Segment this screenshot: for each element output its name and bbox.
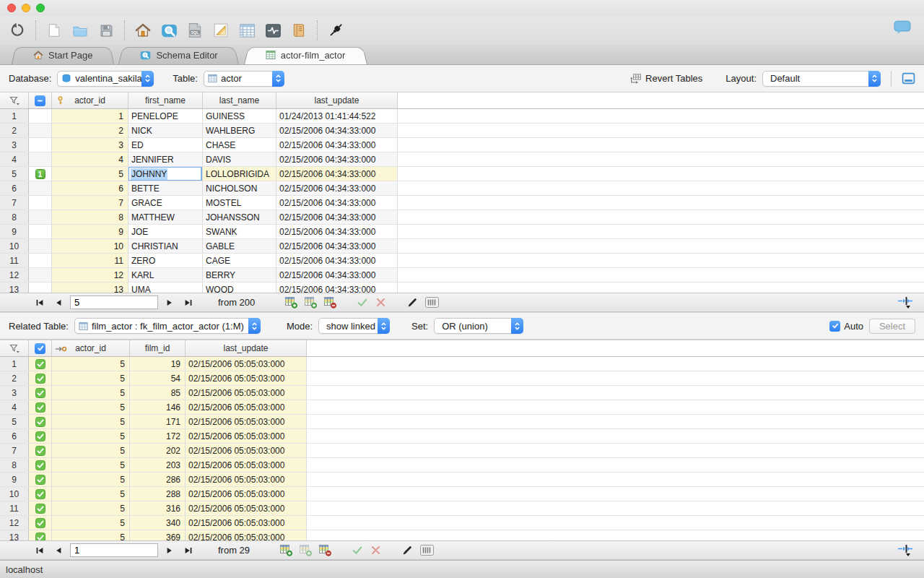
table-row[interactable]: 358502/15/2006 05:05:03:000 — [0, 386, 924, 400]
next-record-button[interactable] — [160, 296, 179, 310]
database-select[interactable]: valentina_sakila — [57, 71, 154, 87]
row-linked-cell[interactable] — [29, 516, 52, 530]
cell-last-update[interactable]: 02/15/2006 04:34:33:000 — [276, 225, 398, 238]
cell-actor-id[interactable]: 1 — [52, 109, 128, 123]
cell-last-name[interactable]: WAHLBERG — [203, 124, 276, 137]
cell-actor-id[interactable]: 9 — [52, 225, 128, 238]
row-linked-cell[interactable] — [29, 487, 52, 501]
cell-first-name[interactable]: ZERO — [128, 254, 203, 267]
cell-first-name[interactable]: GRACE — [128, 196, 203, 210]
row-number-cell[interactable]: 3 — [0, 138, 29, 152]
cell-last-update[interactable]: 02/15/2006 04:34:33:000 — [276, 167, 398, 181]
cell-film-id[interactable]: 288 — [130, 487, 186, 501]
row-state-cell[interactable] — [29, 239, 52, 253]
open-button[interactable] — [67, 19, 93, 42]
cell-last-update[interactable]: 02/15/2006 05:05:03:000 — [186, 487, 307, 501]
server-admin-button[interactable] — [260, 19, 286, 42]
table-row[interactable]: 11PENELOPEGUINESS01/24/2013 01:41:44:522 — [0, 109, 924, 124]
cell-first-name[interactable]: NICK — [128, 124, 203, 137]
cell-actor-id[interactable]: 10 — [52, 239, 128, 253]
cell-film-id[interactable]: 286 — [130, 473, 186, 486]
cell-actor-id[interactable]: 13 — [52, 282, 128, 293]
column-header-first-name[interactable]: first_name — [128, 92, 203, 108]
cell-first-name[interactable]: JOHNNY — [128, 167, 203, 181]
cell-last-name[interactable]: CHASE — [203, 138, 276, 152]
list-view-button[interactable] — [420, 545, 434, 556]
revert-tables-button[interactable]: Revert Tables — [630, 73, 702, 85]
cell-last-update[interactable]: 01/24/2013 01:41:44:522 — [276, 109, 398, 123]
row-state-cell[interactable] — [29, 268, 52, 282]
cell-last-update[interactable]: 02/15/2006 04:34:33:000 — [276, 196, 398, 210]
splitter-handle[interactable] — [897, 544, 914, 557]
new-document-button[interactable] — [41, 19, 67, 42]
cell-film-id[interactable]: 85 — [130, 386, 186, 400]
next-record-button[interactable] — [160, 543, 179, 558]
feedback-button[interactable] — [894, 20, 911, 35]
row-state-cell[interactable] — [29, 138, 52, 152]
row-state-cell[interactable] — [29, 196, 52, 210]
cell-first-name[interactable]: JENNIFER — [128, 152, 203, 166]
table-row[interactable]: 11531602/15/2006 05:05:03:000 — [0, 501, 924, 516]
filter-header-cell[interactable] — [0, 92, 29, 108]
table-row[interactable]: 8520302/15/2006 05:05:03:000 — [0, 458, 924, 473]
cell-last-update[interactable]: 02/15/2006 05:05:03:000 — [186, 386, 307, 400]
row-linked-cell[interactable] — [29, 473, 52, 486]
cell-film-id[interactable]: 203 — [130, 458, 186, 472]
cell-actor-id[interactable]: 7 — [52, 196, 128, 210]
undo-button[interactable] — [4, 19, 30, 42]
last-record-button[interactable] — [179, 296, 198, 310]
cell-last-update[interactable]: 02/15/2006 05:05:03:000 — [186, 429, 307, 443]
cell-film-id[interactable]: 340 — [130, 516, 186, 530]
row-linked-cell[interactable] — [29, 458, 52, 472]
cell-actor-id[interactable]: 2 — [52, 124, 128, 137]
cell-first-name[interactable]: CHRISTIAN — [128, 239, 203, 253]
previous-record-button[interactable] — [49, 543, 68, 558]
cell-actor-id[interactable]: 4 — [52, 152, 128, 166]
table-row[interactable]: 1212KARLBERRY02/15/2006 04:34:33:000 — [0, 268, 924, 282]
sql-editor-button[interactable]: SQL — [182, 19, 208, 42]
cell-last-name[interactable]: GUINESS — [203, 109, 276, 123]
table-row[interactable]: 5517102/15/2006 05:05:03:000 — [0, 415, 924, 429]
row-state-cell[interactable]: 1 — [29, 167, 52, 181]
table-row[interactable]: 99JOESWANK02/15/2006 04:34:33:000 — [0, 225, 924, 239]
commit-check-button[interactable] — [357, 297, 368, 308]
row-number-cell[interactable]: 3 — [0, 386, 29, 400]
column-header-film-id[interactable]: film_id — [130, 340, 186, 356]
select-button[interactable]: Select — [869, 319, 915, 334]
cell-last-update[interactable]: 02/15/2006 05:05:03:000 — [186, 501, 307, 515]
start-page-button[interactable] — [130, 19, 156, 42]
cell-actor-id[interactable]: 5 — [52, 386, 130, 400]
row-number-cell[interactable]: 9 — [0, 225, 29, 238]
row-linked-cell[interactable] — [29, 530, 52, 540]
table-row[interactable]: 22NICKWAHLBERG02/15/2006 04:34:33:000 — [0, 124, 924, 138]
rollback-x-button[interactable] — [370, 545, 381, 556]
row-number-cell[interactable]: 11 — [0, 501, 29, 515]
inline-cell-editor[interactable]: JOHNNY — [128, 167, 202, 181]
row-number-cell[interactable]: 5 — [0, 167, 29, 181]
cell-last-update[interactable]: 02/15/2006 05:05:03:000 — [186, 530, 307, 540]
cell-actor-id[interactable]: 5 — [52, 400, 130, 414]
close-button[interactable] — [7, 4, 16, 12]
row-number-cell[interactable]: 1 — [0, 109, 29, 123]
stepper-icon[interactable] — [378, 318, 390, 334]
cell-last-update[interactable]: 02/15/2006 05:05:03:000 — [186, 516, 307, 530]
select-all-header-cell[interactable] — [29, 340, 52, 356]
row-number-cell[interactable]: 12 — [0, 516, 29, 530]
previous-record-button[interactable] — [49, 296, 68, 310]
table-row[interactable]: 4514602/15/2006 05:05:03:000 — [0, 400, 924, 415]
cell-last-update[interactable]: 02/15/2006 05:05:03:000 — [186, 415, 307, 428]
table-data-button[interactable] — [234, 19, 260, 42]
column-header-last-update[interactable]: last_update — [186, 340, 307, 356]
table-row[interactable]: 88MATTHEWJOHANSSON02/15/2006 04:34:33:00… — [0, 210, 924, 225]
splitter-handle[interactable] — [897, 296, 914, 309]
row-linked-cell[interactable] — [29, 357, 52, 371]
cell-actor-id[interactable]: 5 — [52, 357, 130, 371]
table-row[interactable]: 6517202/15/2006 05:05:03:000 — [0, 429, 924, 444]
zoom-button[interactable] — [36, 4, 45, 12]
first-record-button[interactable] — [30, 296, 49, 310]
cell-actor-id[interactable]: 12 — [52, 268, 128, 282]
minimize-button[interactable] — [22, 4, 30, 12]
related-table-select[interactable]: film_actor : fk_film_actor_actor (1:M) — [74, 318, 261, 334]
row-linked-cell[interactable] — [29, 444, 52, 457]
row-number-cell[interactable]: 11 — [0, 254, 29, 267]
